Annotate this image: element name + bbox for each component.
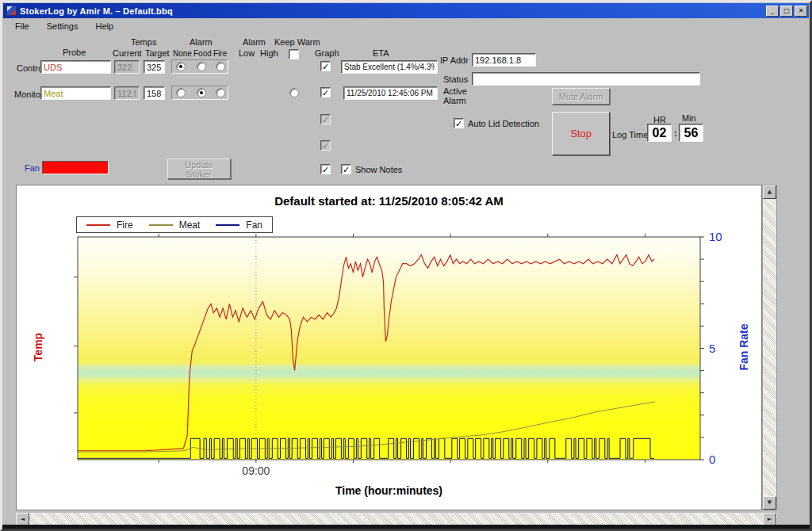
fire-legend-label: Fire xyxy=(117,220,133,231)
auto-lid-checkbox[interactable]: ✓ xyxy=(454,118,464,128)
status-label: Status xyxy=(443,74,468,84)
chart-panel: Default started at: 11/25/2010 8:05:42 A… xyxy=(16,185,762,510)
alarm-none-radio-monitor[interactable] xyxy=(176,88,186,97)
x-axis-label: Time (hour:minutes) xyxy=(78,484,700,497)
close-button[interactable]: ✕ xyxy=(795,6,807,17)
maximize-button[interactable]: □ xyxy=(780,6,793,17)
header-alarm-low: Low xyxy=(239,48,255,58)
left-axis-label: Temp xyxy=(32,319,44,375)
right-axis-label: Fan Rate xyxy=(737,315,750,379)
check-icon: ✓ xyxy=(322,165,329,174)
current-temp-monitor xyxy=(114,86,140,100)
menu-help[interactable]: Help xyxy=(95,21,113,31)
keep-warm-checkbox-control[interactable] xyxy=(289,49,299,59)
svg-text:0: 0 xyxy=(709,453,715,466)
maximize-icon: □ xyxy=(783,7,790,14)
menubar: File Settings Help xyxy=(3,18,809,34)
header-alarm-2: Alarm xyxy=(243,37,266,47)
show-notes-label: Show Notes xyxy=(355,165,402,174)
log-time-hr: 02 xyxy=(647,124,672,142)
app-window: StokerLog by Amir M. – Default.bbq _ □ ✕… xyxy=(0,0,812,531)
min-label: Min xyxy=(682,113,696,123)
target-temp-monitor[interactable] xyxy=(144,86,165,100)
graph-checkbox-3: ✓ xyxy=(320,114,331,124)
header-target: Target xyxy=(145,48,170,58)
alarm-fire-radio-monitor[interactable] xyxy=(216,88,225,97)
fan-level-indicator xyxy=(42,161,109,174)
svg-text:09:00: 09:00 xyxy=(242,464,270,477)
header-alarm-fire: Fire xyxy=(213,49,227,58)
close-icon: ✕ xyxy=(799,7,804,14)
current-temp-control xyxy=(114,60,140,74)
check-icon: ✓ xyxy=(322,141,329,151)
target-temp-control[interactable] xyxy=(144,60,165,74)
menu-settings[interactable]: Settings xyxy=(47,21,79,31)
graph-checkbox-5[interactable]: ✓ xyxy=(320,164,331,174)
header-alarm-1: Alarm xyxy=(190,37,213,47)
eta-monitor[interactable] xyxy=(343,86,438,100)
check-icon: ✓ xyxy=(322,62,329,71)
svg-text:5: 5 xyxy=(709,342,715,355)
log-time-min: 56 xyxy=(679,124,703,142)
scroll-left-icon: ◄ xyxy=(21,516,25,522)
minimize-button[interactable]: _ xyxy=(766,6,779,17)
header-alarm-none: None xyxy=(173,49,192,58)
ip-addr-input[interactable] xyxy=(472,53,536,67)
stop-button[interactable]: Stop xyxy=(552,112,610,155)
alarm-food-radio-control[interactable] xyxy=(197,62,206,71)
graph-checkbox-4: ✓ xyxy=(320,140,331,151)
app-icon xyxy=(6,6,17,16)
window-bottom-edge xyxy=(2,525,810,529)
chart-title: Default started at: 11/25/2010 8:05:42 A… xyxy=(17,194,761,208)
menu-file[interactable]: File xyxy=(15,21,29,31)
status-input[interactable] xyxy=(472,72,700,86)
vertical-scrollbar[interactable]: ▲ ▼ xyxy=(762,185,777,510)
header-current: Current xyxy=(113,48,142,58)
auto-lid-label: Auto Lid Detection xyxy=(468,119,539,128)
probe-input-monitor[interactable] xyxy=(40,86,111,100)
fan-label: Fan xyxy=(25,163,40,173)
fan-legend-line xyxy=(216,224,239,226)
svg-text:10: 10 xyxy=(709,230,722,243)
check-icon: ✓ xyxy=(343,165,350,174)
mute-alarm-button[interactable]: Mute Alarm xyxy=(552,88,610,105)
titlebar[interactable]: StokerLog by Amir M. – Default.bbq _ □ ✕ xyxy=(3,3,809,18)
scroll-down-button[interactable]: ▼ xyxy=(763,496,776,510)
check-icon: ✓ xyxy=(322,88,329,97)
active-alarm-label-2: Alarm xyxy=(443,96,466,105)
check-icon: ✓ xyxy=(322,115,329,124)
show-notes-checkbox[interactable]: ✓ xyxy=(341,164,351,174)
fan-legend-label: Fan xyxy=(246,220,262,231)
scroll-down-icon: ▼ xyxy=(768,499,772,506)
fire-legend-line xyxy=(86,224,110,226)
temperature-chart: 09:000510 xyxy=(17,185,761,510)
alarm-food-radio-monitor[interactable] xyxy=(197,88,206,97)
eta-control[interactable] xyxy=(341,60,438,74)
header-eta: ETA xyxy=(373,48,389,58)
log-time-separator: : xyxy=(674,128,677,138)
log-time-label: Log Time xyxy=(612,130,648,139)
scroll-up-button[interactable]: ▲ xyxy=(763,185,776,199)
header-alarm-high: High xyxy=(260,48,278,58)
window-title: StokerLog by Amir M. – Default.bbq xyxy=(20,6,766,16)
scroll-up-icon: ▲ xyxy=(768,189,772,195)
graph-checkbox-control[interactable]: ✓ xyxy=(320,61,331,71)
header-graph: Graph xyxy=(315,48,339,58)
graph-checkbox-monitor[interactable]: ✓ xyxy=(320,87,331,97)
ip-addr-label: IP Addr xyxy=(440,55,469,65)
header-keep-warm: Keep Warm xyxy=(274,37,320,47)
minimize-icon: _ xyxy=(771,7,774,14)
alarm-fire-radio-control[interactable] xyxy=(216,62,225,71)
meat-legend-label: Meat xyxy=(179,220,201,231)
header-temps: Temps xyxy=(131,37,156,47)
check-icon: ✓ xyxy=(455,119,462,128)
active-alarm-label-1: Active xyxy=(443,86,467,96)
header-alarm-food: Food xyxy=(193,49,212,58)
header-probe: Probe xyxy=(63,48,86,57)
keep-warm-radio-monitor[interactable] xyxy=(289,88,299,97)
probe-input-control[interactable] xyxy=(40,60,111,74)
chart-legend: Fire Meat Fan xyxy=(76,216,273,233)
meat-legend-line xyxy=(149,224,173,226)
alarm-none-radio-control[interactable] xyxy=(176,62,186,71)
update-stoker-button[interactable]: Update Stoker xyxy=(167,159,231,179)
